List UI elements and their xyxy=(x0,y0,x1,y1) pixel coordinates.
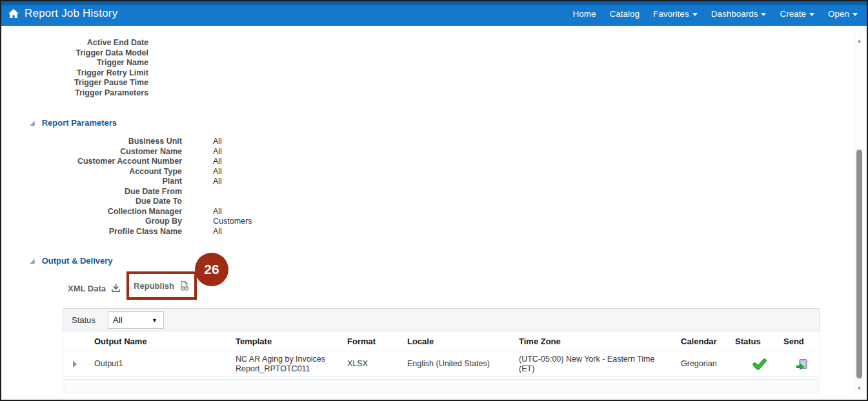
table-header-row: Output Name Template Format Locale Time … xyxy=(63,331,819,351)
vertical-scrollbar[interactable]: ▲ ▼ xyxy=(854,30,863,395)
top-navigation-bar: Report Job History Home Catalog Favorite… xyxy=(1,1,867,26)
republish-highlight-box: Republish xyxy=(126,271,197,300)
top-nav-links: Home Catalog Favorites Dashboards Create… xyxy=(573,1,858,26)
nav-catalog[interactable]: Catalog xyxy=(610,9,640,19)
param-value: Customers xyxy=(213,217,290,227)
param-value: All xyxy=(213,177,290,187)
status-filter-bar: Status All ▼ xyxy=(63,308,820,331)
nav-favorites[interactable]: Favorites xyxy=(653,9,698,19)
param-label: Profile Class Name xyxy=(1,227,182,237)
nav-dashboards[interactable]: Dashboards xyxy=(711,9,767,19)
col-format: Format xyxy=(347,337,407,346)
table-footer-row xyxy=(65,379,818,393)
param-label: Group By xyxy=(1,217,182,227)
param-label: Due Date To xyxy=(1,197,182,207)
caret-down-icon xyxy=(761,13,766,16)
param-label: Account Type xyxy=(1,167,182,177)
scrollbar-thumb[interactable] xyxy=(856,150,862,378)
param-value: All xyxy=(213,207,290,217)
param-label: Collection Manager xyxy=(1,207,182,217)
param-label: Business Unit xyxy=(1,137,182,147)
caret-down-icon xyxy=(809,13,814,16)
scroll-down-icon[interactable]: ▼ xyxy=(856,386,862,391)
col-time-zone: Time Zone xyxy=(519,337,681,346)
report-parameters-list: Business UnitAll Customer NameAll Custom… xyxy=(1,137,290,237)
caret-down-icon: ▼ xyxy=(152,317,157,324)
report-parameters-header: ◢ Report Parameters xyxy=(30,118,117,128)
col-template: Template xyxy=(236,337,347,346)
download-icon xyxy=(110,283,121,293)
output-delivery-header: ◢ Output & Delivery xyxy=(30,256,113,266)
trigger-fields-block: Active End Date Trigger Data Model Trigg… xyxy=(1,38,148,98)
content-area: Active End Date Trigger Data Model Trigg… xyxy=(1,26,867,400)
param-label: Customer Name xyxy=(1,147,182,157)
col-calendar: Calendar xyxy=(681,337,735,346)
field-label-trigger-pause-time: Trigger Pause Time xyxy=(1,78,148,88)
param-value xyxy=(213,187,290,197)
collapse-triangle-icon[interactable]: ◢ xyxy=(30,258,35,264)
field-label-trigger-parameters: Trigger Parameters xyxy=(1,88,148,99)
step-badge: 26 xyxy=(195,253,228,286)
col-send: Send xyxy=(783,337,820,346)
param-value: All xyxy=(213,147,290,157)
expand-row-icon[interactable] xyxy=(73,361,77,367)
scroll-up-icon[interactable]: ▲ xyxy=(856,38,862,44)
col-output-name: Output Name xyxy=(86,337,236,346)
status-filter-label: Status xyxy=(72,315,96,325)
caret-down-icon xyxy=(692,13,698,16)
output-delivery-actions: XML Data Republish xyxy=(68,277,121,300)
cell-template: NC AR Aging by Invoices Report_RPTOTC011 xyxy=(236,355,347,374)
nav-open[interactable]: Open xyxy=(828,9,858,19)
cell-output-name: Output1 xyxy=(86,359,236,369)
param-label: Plant xyxy=(1,177,182,187)
collapse-triangle-icon[interactable]: ◢ xyxy=(30,120,35,126)
page-title: Report Job History xyxy=(25,7,117,20)
success-check-icon xyxy=(752,358,767,370)
status-select[interactable]: All ▼ xyxy=(108,311,164,329)
section-title: Report Parameters xyxy=(42,118,117,128)
field-label-trigger-data-model: Trigger Data Model xyxy=(1,48,148,59)
param-value: All xyxy=(213,227,290,237)
field-label-trigger-name: Trigger Name xyxy=(1,58,148,68)
xml-data-button[interactable]: XML Data xyxy=(68,283,121,293)
param-label: Customer Account Number xyxy=(1,157,182,167)
caret-down-icon xyxy=(853,13,858,16)
param-value: All xyxy=(213,157,290,167)
home-icon[interactable] xyxy=(8,8,19,19)
republish-button[interactable]: Republish xyxy=(134,280,190,291)
report-job-history-page: Report Job History Home Catalog Favorite… xyxy=(0,0,868,401)
cell-time-zone: (UTC-05:00) New York - Eastern Time (ET) xyxy=(519,355,681,374)
cell-locale: English (United States) xyxy=(407,359,519,369)
nav-create[interactable]: Create xyxy=(780,9,814,19)
param-value: All xyxy=(213,137,290,147)
col-locale: Locale xyxy=(407,337,519,346)
section-title: Output & Delivery xyxy=(42,256,113,266)
table-row: Output1 NC AR Aging by Invoices Report_R… xyxy=(63,351,819,377)
col-status: Status xyxy=(735,337,783,346)
field-label-trigger-retry-limit: Trigger Retry Limit xyxy=(1,68,148,79)
param-value: All xyxy=(213,167,290,177)
cell-format: XLSX xyxy=(347,359,407,369)
cell-calendar: Gregorian xyxy=(681,359,735,369)
output-table: Output Name Template Format Locale Time … xyxy=(63,331,820,393)
param-label: Due Date From xyxy=(1,187,182,197)
nav-home[interactable]: Home xyxy=(573,9,596,19)
field-label-active-end-date: Active End Date xyxy=(1,38,148,48)
republish-icon xyxy=(179,280,190,291)
export-report-icon[interactable] xyxy=(796,358,809,371)
param-value xyxy=(213,197,290,207)
